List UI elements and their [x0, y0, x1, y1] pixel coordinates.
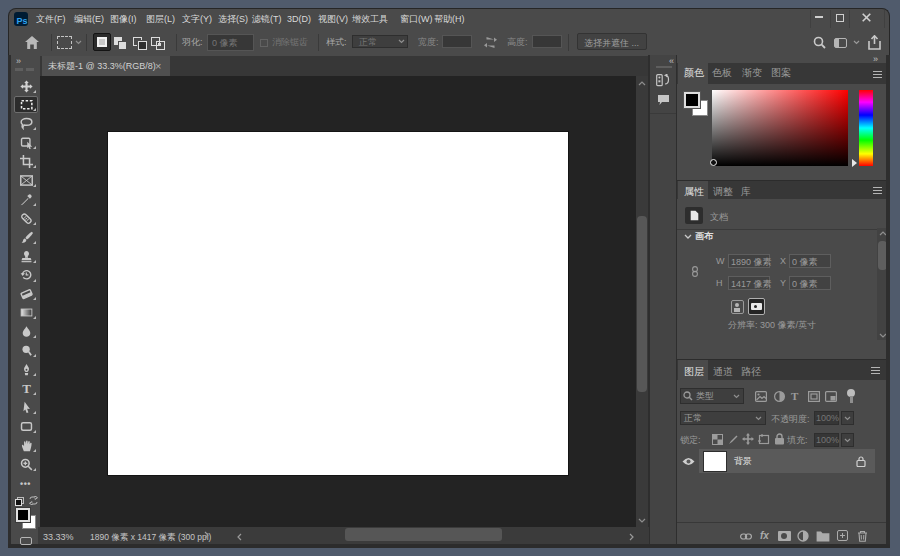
svg-text:T: T — [22, 382, 31, 395]
